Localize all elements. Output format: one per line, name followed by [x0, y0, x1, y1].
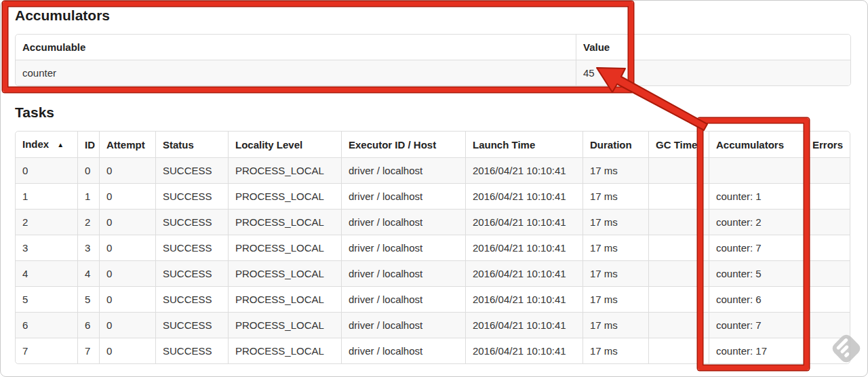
tasks-section-title: Tasks: [15, 105, 850, 120]
task-row: 550SUCCESSPROCESS_LOCALdriver / localhos…: [16, 286, 850, 312]
task-row: 330SUCCESSPROCESS_LOCALdriver / localhos…: [16, 235, 850, 260]
column-header-id[interactable]: ID: [77, 132, 99, 157]
task-row: 660SUCCESSPROCESS_LOCALdriver / localhos…: [16, 312, 850, 338]
accumulators-table-body: counter 45: [16, 60, 850, 85]
task-cell-accumulators: [709, 157, 805, 183]
task-cell-executor: driver / localhost: [341, 260, 465, 286]
task-cell-duration: 17 ms: [583, 209, 648, 235]
task-cell-launch: 2016/04/21 10:10:41: [465, 235, 583, 260]
task-cell-duration: 17 ms: [583, 260, 648, 286]
task-cell-duration: 17 ms: [583, 235, 648, 260]
column-header-launch-time[interactable]: Launch Time: [465, 132, 583, 157]
task-cell-attempt: 0: [99, 209, 155, 235]
spark-stage-page: Accumulators Accumulable Value counter 4…: [0, 0, 868, 377]
task-cell-locality: PROCESS_LOCAL: [228, 235, 341, 260]
task-cell-id: 3: [77, 235, 99, 260]
task-cell-launch: 2016/04/21 10:10:41: [465, 286, 583, 312]
task-cell-duration: 17 ms: [583, 338, 648, 363]
task-cell-executor: driver / localhost: [341, 209, 465, 235]
task-cell-index: 4: [16, 260, 77, 286]
task-cell-duration: 17 ms: [583, 286, 648, 312]
task-cell-locality: PROCESS_LOCAL: [228, 183, 341, 209]
column-header-accumulable[interactable]: Accumulable: [16, 35, 576, 60]
task-cell-errors: [805, 286, 850, 312]
task-cell-attempt: 0: [99, 260, 155, 286]
task-cell-attempt: 0: [99, 312, 155, 338]
task-cell-duration: 17 ms: [583, 157, 648, 183]
task-cell-id: 6: [77, 312, 99, 338]
column-header-gc-time[interactable]: GC Time: [648, 132, 709, 157]
task-cell-duration: 17 ms: [583, 312, 648, 338]
task-cell-accumulators: counter: 6: [709, 286, 805, 312]
task-cell-gc: [648, 209, 709, 235]
task-cell-accumulators: counter: 7: [709, 312, 805, 338]
task-cell-attempt: 0: [99, 338, 155, 363]
task-row: 000SUCCESSPROCESS_LOCALdriver / localhos…: [16, 157, 850, 183]
task-cell-index: 7: [16, 338, 77, 363]
task-cell-executor: driver / localhost: [341, 235, 465, 260]
task-cell-locality: PROCESS_LOCAL: [228, 338, 341, 363]
task-row: 220SUCCESSPROCESS_LOCALdriver / localhos…: [16, 209, 850, 235]
task-cell-index: 6: [16, 312, 77, 338]
task-cell-accumulators: counter: 17: [709, 338, 805, 363]
task-cell-launch: 2016/04/21 10:10:41: [465, 312, 583, 338]
column-header-attempt[interactable]: Attempt: [99, 132, 155, 157]
task-cell-status: SUCCESS: [155, 338, 228, 363]
column-header-accumulators[interactable]: Accumulators: [709, 132, 805, 157]
tasks-table-body: 000SUCCESSPROCESS_LOCALdriver / localhos…: [16, 157, 850, 363]
task-cell-locality: PROCESS_LOCAL: [228, 157, 341, 183]
task-row: 440SUCCESSPROCESS_LOCALdriver / localhos…: [16, 260, 850, 286]
task-row: 770SUCCESSPROCESS_LOCALdriver / localhos…: [16, 338, 850, 363]
task-cell-id: 0: [77, 157, 99, 183]
task-cell-errors: [805, 183, 850, 209]
task-cell-locality: PROCESS_LOCAL: [228, 209, 341, 235]
task-cell-index: 0: [16, 157, 77, 183]
task-cell-executor: driver / localhost: [341, 312, 465, 338]
task-cell-accumulators: counter: 5: [709, 260, 805, 286]
column-header-locality-level[interactable]: Locality Level: [228, 132, 341, 157]
column-header-index-label: Index: [22, 138, 49, 150]
task-cell-gc: [648, 157, 709, 183]
task-cell-gc: [648, 286, 709, 312]
accumulators-section-title: Accumulators: [15, 8, 850, 23]
tasks-table: Index▲ ID Attempt Status Locality Level …: [15, 131, 850, 364]
column-header-status[interactable]: Status: [155, 132, 228, 157]
task-cell-errors: [805, 312, 850, 338]
task-cell-status: SUCCESS: [155, 157, 228, 183]
task-cell-id: 7: [77, 338, 99, 363]
task-cell-index: 3: [16, 235, 77, 260]
task-cell-gc: [648, 338, 709, 363]
column-header-duration[interactable]: Duration: [583, 132, 648, 157]
task-cell-errors: [805, 209, 850, 235]
task-cell-locality: PROCESS_LOCAL: [228, 260, 341, 286]
task-cell-attempt: 0: [99, 157, 155, 183]
task-cell-gc: [648, 260, 709, 286]
task-cell-locality: PROCESS_LOCAL: [228, 286, 341, 312]
page-content: Accumulators Accumulable Value counter 4…: [0, 0, 868, 364]
task-cell-accumulators: counter: 1: [709, 183, 805, 209]
column-header-value[interactable]: Value: [576, 35, 850, 60]
accumulators-table: Accumulable Value counter 45: [15, 34, 851, 86]
column-header-index[interactable]: Index▲: [16, 132, 77, 157]
column-header-errors[interactable]: Errors: [805, 132, 850, 157]
task-cell-errors: [805, 260, 850, 286]
task-cell-index: 1: [16, 183, 77, 209]
task-cell-status: SUCCESS: [155, 286, 228, 312]
task-cell-status: SUCCESS: [155, 235, 228, 260]
task-cell-index: 5: [16, 286, 77, 312]
task-row: 110SUCCESSPROCESS_LOCALdriver / localhos…: [16, 183, 850, 209]
cell-accumulable-value: 45: [576, 60, 850, 85]
task-cell-launch: 2016/04/21 10:10:41: [465, 209, 583, 235]
task-cell-executor: driver / localhost: [341, 338, 465, 363]
accumulator-row: counter 45: [16, 60, 850, 85]
task-cell-errors: [805, 157, 850, 183]
task-cell-attempt: 0: [99, 286, 155, 312]
cell-accumulable-name: counter: [16, 60, 576, 85]
task-cell-attempt: 0: [99, 183, 155, 209]
task-cell-status: SUCCESS: [155, 260, 228, 286]
column-header-executor-id-host[interactable]: Executor ID / Host: [341, 132, 465, 157]
task-cell-status: SUCCESS: [155, 209, 228, 235]
task-cell-attempt: 0: [99, 235, 155, 260]
task-cell-duration: 17 ms: [583, 183, 648, 209]
task-cell-locality: PROCESS_LOCAL: [228, 312, 341, 338]
